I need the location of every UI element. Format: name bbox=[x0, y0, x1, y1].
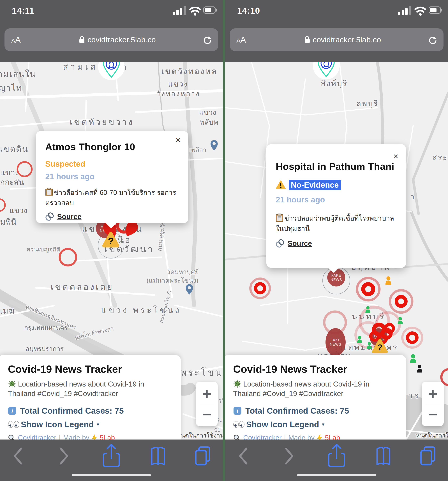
tabs-button[interactable] bbox=[421, 447, 435, 465]
source-link[interactable]: Source bbox=[288, 240, 312, 248]
svg-text:i: i bbox=[236, 407, 238, 414]
back-button[interactable] bbox=[240, 449, 246, 464]
map-label: สวนเบญจกิติ bbox=[27, 246, 60, 253]
refresh-icon[interactable] bbox=[197, 35, 218, 44]
face-pin-icon bbox=[313, 62, 340, 79]
close-icon[interactable]: × bbox=[176, 136, 181, 144]
info-icon: i bbox=[233, 406, 242, 415]
bookmarks-button[interactable] bbox=[152, 448, 164, 465]
screenshot-right: สิงห์บุรีลพบุรีสระาปทุมธานีนนทบุรีกรุงเท… bbox=[225, 0, 448, 481]
dual-screenshot-stage: สามเสนนอกเขตวังทองหลแขวงวังทองหลางามเสนใ… bbox=[0, 0, 448, 481]
battery-icon bbox=[204, 7, 217, 13]
url-bar[interactable]: AA covidtracker.5lab.co bbox=[230, 28, 443, 51]
pinface-marker[interactable] bbox=[98, 62, 125, 80]
ring-marker[interactable] bbox=[0, 199, 5, 211]
map-label: เขตดิน bbox=[0, 144, 28, 154]
refresh-icon[interactable] bbox=[422, 35, 443, 44]
source-row: Source bbox=[276, 239, 397, 248]
reader-text-size-button[interactable]: AA bbox=[236, 35, 264, 45]
show-icon-legend-toggle[interactable]: Show Icon Legend ▾ bbox=[233, 420, 406, 429]
home-indicator[interactable] bbox=[72, 474, 151, 476]
status-time: 14:11 bbox=[12, 6, 34, 16]
legend-label: Show Icon Legend bbox=[21, 420, 94, 429]
bookmarks-button[interactable] bbox=[377, 448, 390, 465]
map-label: แขวง bbox=[168, 80, 188, 88]
svg-text:FAKE: FAKE bbox=[331, 338, 340, 342]
map-label: ลพบุรี bbox=[356, 99, 379, 108]
person-marker[interactable] bbox=[410, 354, 416, 363]
url-bar[interactable]: AA covidtracker.5lab.co bbox=[5, 28, 218, 51]
screenshot-left: สามเสนนอกเขตวังทองหลแขวงวังทองหลางามเสนใ… bbox=[0, 0, 223, 481]
reader-text-size-button[interactable]: AA bbox=[11, 35, 38, 45]
bluepin-marker[interactable] bbox=[211, 140, 218, 150]
map-label: มพินี bbox=[0, 217, 16, 227]
person-marker[interactable] bbox=[357, 336, 362, 343]
url-field[interactable]: covidtracker.5lab.co bbox=[38, 35, 197, 44]
forward-button[interactable] bbox=[286, 449, 292, 464]
popup-title: Atmos Thonglor 10 bbox=[45, 141, 179, 152]
map-label: วัดมหาบุศย์ bbox=[167, 268, 199, 276]
virus-icon bbox=[8, 380, 16, 388]
tabs-button[interactable] bbox=[196, 447, 209, 465]
status-badge: No-Evidence bbox=[289, 180, 341, 190]
safari-header: 14:11 bbox=[0, 0, 223, 62]
lock-icon bbox=[304, 36, 310, 44]
close-icon[interactable]: × bbox=[393, 152, 398, 161]
zoom-out-button[interactable]: − bbox=[202, 404, 211, 424]
url-field[interactable]: covidtracker.5lab.co bbox=[264, 35, 422, 44]
target-marker[interactable] bbox=[357, 278, 379, 300]
map-label: หนดในการใช้งาน bbox=[177, 432, 223, 439]
fakenews-marker[interactable]: FAKENEWS bbox=[326, 328, 346, 356]
safari-toolbar bbox=[0, 440, 223, 481]
target-marker[interactable] bbox=[402, 328, 422, 347]
zoom-in-button[interactable]: + bbox=[428, 383, 437, 404]
status-time: 14:10 bbox=[237, 6, 260, 16]
svg-text:?: ? bbox=[108, 236, 114, 246]
zoom-out-button[interactable]: − bbox=[428, 404, 437, 424]
status-row: No-Evidence bbox=[276, 180, 397, 190]
ring-marker[interactable] bbox=[60, 249, 76, 265]
map-label: (แม่นาคพระโขนง) bbox=[147, 277, 198, 284]
share-button[interactable] bbox=[103, 444, 119, 466]
map-label: เขตวังทองหล bbox=[161, 67, 218, 76]
map-label: หนดในการใช้งาน bbox=[416, 432, 448, 439]
safari-header: 14:10 bbox=[225, 0, 448, 62]
map-label: แขวง bbox=[9, 206, 27, 215]
share-button[interactable] bbox=[329, 444, 345, 466]
person-marker[interactable] bbox=[417, 365, 422, 373]
map-label: เขตคลองเตย bbox=[51, 282, 114, 292]
link-icon bbox=[45, 212, 54, 221]
map-label: สมุทรปราการ bbox=[25, 345, 64, 353]
back-button[interactable] bbox=[15, 449, 21, 464]
map-label: ญาไท bbox=[0, 83, 22, 92]
map-label: แขวง bbox=[199, 108, 216, 116]
clipboard-icon bbox=[45, 188, 53, 196]
show-icon-legend-toggle[interactable]: Show Icon Legend ▾ bbox=[8, 420, 181, 429]
home-indicator[interactable] bbox=[297, 474, 376, 476]
target-marker[interactable] bbox=[390, 290, 412, 313]
map-label: กรุงเทพมหานคร bbox=[24, 324, 67, 331]
face-pin-icon bbox=[98, 62, 125, 80]
chevron-down-icon: ▾ bbox=[97, 421, 99, 427]
total-cases-label: Total Confirmed Cases: 75 bbox=[20, 406, 124, 416]
total-cases-row: i Total Confirmed Cases: 75 bbox=[233, 406, 406, 416]
source-link[interactable]: Source bbox=[57, 213, 82, 221]
map-label: นือ bbox=[117, 235, 132, 245]
svg-text:FAKE: FAKE bbox=[331, 273, 341, 277]
fakenews-marker[interactable]: FAKENEWS bbox=[327, 269, 345, 286]
forward-button[interactable] bbox=[61, 449, 67, 464]
ring-marker[interactable] bbox=[17, 162, 32, 176]
zoom-in-button[interactable]: + bbox=[202, 383, 211, 404]
map-label: ามเสนใน bbox=[0, 69, 36, 79]
virus-icon bbox=[233, 380, 241, 388]
target-marker[interactable] bbox=[251, 278, 270, 298]
map-label: แข bbox=[82, 224, 96, 234]
total-cases-label: Total Confirmed Cases: 75 bbox=[245, 406, 349, 416]
person-marker[interactable] bbox=[386, 276, 391, 285]
map-label: วังทองหลาง bbox=[157, 90, 200, 98]
source-row: Source bbox=[45, 212, 179, 221]
pinface-marker[interactable] bbox=[313, 62, 340, 79]
map-label: เขตห้วยขวาง bbox=[70, 117, 134, 127]
popup-title: Hospital in Pathum Thani bbox=[276, 161, 397, 172]
legend-label: Show Icon Legend bbox=[246, 420, 319, 429]
